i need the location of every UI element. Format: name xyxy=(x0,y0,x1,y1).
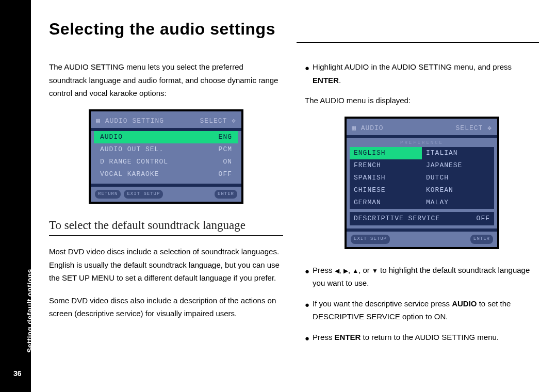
lang-col-right: ITALIANJAPANESEDUTCHKOREANMALAY xyxy=(422,147,494,209)
dpad-icon: ✥ xyxy=(487,124,492,132)
lang-item: CHINESE xyxy=(350,184,422,197)
osd-language-grid: ENGLISHFRENCHSPANISHCHINESEGERMAN ITALIA… xyxy=(347,147,497,209)
osd-footer: EXIT SETUP ENTER xyxy=(347,228,497,246)
lang-col-left: ENGLISHFRENCHSPANISHCHINESEGERMAN xyxy=(350,147,422,209)
page-title: Selecting the audio settings xyxy=(49,20,539,39)
sidebar-section-label: Setting default options xyxy=(26,269,34,353)
osd-row: AUDIOENG xyxy=(94,131,238,143)
step-press-enter-return: ● Press ENTER to return to the AUDIO SET… xyxy=(305,331,539,345)
step-text: If you want the descriptive service pres… xyxy=(313,297,539,323)
osd-foot-enter: ENTER xyxy=(470,235,493,243)
lang-item: KOREAN xyxy=(422,184,494,197)
osd-header: ▦ AUDIO SELECT ✥ xyxy=(347,121,497,138)
left-column: The AUDIO SETTING menu lets you select t… xyxy=(49,60,283,352)
osd-foot-exit: EXIT SETUP xyxy=(351,235,390,243)
page-content: Selecting the audio settings The AUDIO S… xyxy=(49,20,539,352)
menu-icon: ▦ xyxy=(96,117,101,125)
osd-title: AUDIO SETTING xyxy=(105,117,164,125)
columns: The AUDIO SETTING menu lets you select t… xyxy=(49,60,539,352)
osd-footer: RETURN EXIT SETUP ENTER xyxy=(91,184,241,201)
desc-service-label: DESCRIPTIVE SERVICE xyxy=(354,213,440,224)
osd-audio-setting: ▦ AUDIO SETTING SELECT ✥ AUDIOENGAUDIO O… xyxy=(89,109,243,204)
osd-foot-return: RETURN xyxy=(95,190,121,199)
lang-item: DUTCH xyxy=(422,172,494,184)
dpad-icon: ✥ xyxy=(232,117,236,125)
osd-preference-label: PREFERENCE xyxy=(347,138,497,147)
lang-item: MALAY xyxy=(422,197,494,209)
step-text: Press ◀, ▶, ▲, or ▼ to highlight the def… xyxy=(313,264,539,290)
lang-item: ENGLISH xyxy=(350,147,422,159)
bullet-icon: ● xyxy=(305,264,309,290)
bullet-icon: ● xyxy=(305,297,309,323)
lang-item: ITALIAN xyxy=(422,147,494,159)
step-text: Press ENTER to return to the AUDIO SETTI… xyxy=(313,331,539,345)
bullet-icon: ● xyxy=(305,331,309,345)
bullet-icon: ● xyxy=(305,60,309,87)
step-text: Highlight AUDIO in the AUDIO SETTING men… xyxy=(313,60,539,87)
osd-descriptive-service-row: DESCRIPTIVE SERVICE OFF xyxy=(350,212,494,225)
sidebar: Setting default options 36 xyxy=(0,0,31,392)
osd-foot-enter: ENTER xyxy=(215,190,237,199)
sub-heading-rule xyxy=(49,235,283,236)
osd-body: AUDIOENGAUDIO OUT SEL.PCMD RANGE CONTROL… xyxy=(91,131,241,181)
step-descriptive-service: ● If you want the descriptive service pr… xyxy=(305,297,539,323)
intro-paragraph: The AUDIO SETTING menu lets you select t… xyxy=(49,60,283,100)
soundtrack-paragraph-1: Most DVD video discs include a selection… xyxy=(49,245,283,285)
soundtrack-paragraph-2: Some DVD video discs also include a desc… xyxy=(49,294,283,320)
step-press-arrows: ● Press ◀, ▶, ▲, or ▼ to highlight the d… xyxy=(305,264,539,290)
lang-item: JAPANESE xyxy=(422,159,494,172)
osd-audio-languages: ▦ AUDIO SELECT ✥ PREFERENCE ENGLISHFRENC… xyxy=(345,117,499,249)
desc-service-value: OFF xyxy=(477,213,490,224)
osd-row: VOCAL KARAOKEOFF xyxy=(94,168,238,181)
osd-select-label: SELECT xyxy=(456,124,483,132)
down-arrow-icon: ▼ xyxy=(372,267,378,274)
step-highlight-audio: ● Highlight AUDIO in the AUDIO SETTING m… xyxy=(305,60,539,87)
menu-icon: ▦ xyxy=(352,124,356,132)
right-arrow-icon: ▶ xyxy=(343,267,348,274)
page-number: 36 xyxy=(13,369,22,378)
osd-row: AUDIO OUT SEL.PCM xyxy=(94,143,238,156)
osd-title: AUDIO xyxy=(361,124,384,132)
sub-heading: To select the default soundtrack languag… xyxy=(49,218,283,233)
audio-menu-displayed: The AUDIO menu is displayed: xyxy=(305,94,539,107)
lang-item: FRENCH xyxy=(350,159,422,172)
osd-header: ▦ AUDIO SETTING SELECT ✥ xyxy=(91,113,241,131)
osd-row: D RANGE CONTROLON xyxy=(94,156,238,168)
lang-item: GERMAN xyxy=(350,197,422,209)
title-rule xyxy=(297,42,539,43)
osd-select-label: SELECT xyxy=(200,117,227,125)
left-arrow-icon: ◀ xyxy=(335,267,339,274)
right-column: ● Highlight AUDIO in the AUDIO SETTING m… xyxy=(305,60,539,352)
lang-item: SPANISH xyxy=(350,172,422,184)
osd-foot-exit: EXIT SETUP xyxy=(124,190,163,199)
up-arrow-icon: ▲ xyxy=(352,267,358,274)
